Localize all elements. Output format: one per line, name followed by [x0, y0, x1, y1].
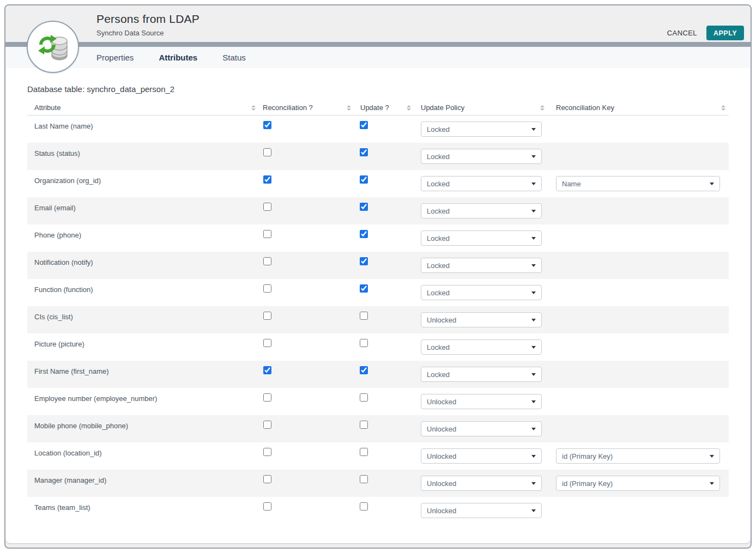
attribute-label: Email (email)	[34, 204, 76, 212]
page-subtitle: Synchro Data Source	[96, 29, 199, 37]
reconciliation-key-value: Name	[562, 180, 581, 188]
update-policy-select[interactable]: Unlocked	[421, 312, 542, 327]
attribute-cell: Status (status)	[27, 151, 259, 161]
reconciliation-checkbox[interactable]	[263, 148, 271, 156]
sort-icon[interactable]	[251, 105, 256, 111]
update-checkbox[interactable]	[360, 366, 368, 374]
column-header-reconciliation-key[interactable]: Reconciliation Key	[548, 100, 729, 115]
reconciliation-checkbox[interactable]	[263, 284, 271, 293]
update-policy-value: Unlocked	[427, 425, 456, 433]
reconciliation-checkbox[interactable]	[263, 257, 271, 265]
reconciliation-checkbox[interactable]	[263, 366, 271, 374]
table-row: First Name (first_name) Locked	[27, 361, 729, 388]
update-checkbox[interactable]	[360, 312, 368, 320]
column-header-reconciliation[interactable]: Reconciliation ?	[259, 100, 354, 115]
column-header-update-policy[interactable]: Update Policy	[414, 100, 548, 115]
table-row: Picture (picture) Locked	[27, 333, 729, 361]
cancel-button[interactable]: CANCEL	[667, 29, 697, 37]
update-checkbox[interactable]	[360, 475, 368, 483]
update-policy-select[interactable]: Unlocked	[421, 448, 542, 464]
update-checkbox[interactable]	[360, 230, 368, 238]
update-policy-select[interactable]: Locked	[421, 176, 542, 191]
reconciliation-cell	[259, 288, 354, 298]
update-cell	[354, 124, 414, 135]
update-checkbox[interactable]	[360, 448, 368, 456]
update-policy-cell: Unlocked	[414, 476, 548, 491]
reconciliation-checkbox[interactable]	[263, 502, 271, 511]
reconciliation-cell	[259, 506, 354, 516]
update-cell	[354, 451, 414, 461]
reconciliation-key-select[interactable]: id (Primary Key)	[556, 448, 720, 464]
update-policy-select[interactable]: Locked	[421, 121, 542, 137]
reconciliation-checkbox[interactable]	[263, 339, 271, 347]
reconciliation-checkbox[interactable]	[263, 175, 271, 184]
caret-down-icon	[531, 455, 536, 458]
update-policy-select[interactable]: Locked	[421, 339, 542, 355]
reconciliation-cell	[259, 124, 354, 135]
update-policy-value: Unlocked	[427, 398, 456, 406]
table-row: Last Name (name) Locked	[27, 116, 729, 143]
update-policy-select[interactable]: Locked	[421, 258, 542, 273]
attribute-label: Manager (manager_id)	[34, 476, 106, 484]
update-cell	[354, 424, 414, 434]
column-header-update[interactable]: Update ?	[354, 100, 414, 115]
reconciliation-checkbox[interactable]	[263, 393, 271, 402]
table-row: Phone (phone) Locked	[27, 224, 729, 252]
reconciliation-checkbox[interactable]	[263, 203, 271, 211]
update-policy-select[interactable]: Locked	[421, 230, 542, 246]
update-checkbox[interactable]	[360, 203, 368, 211]
reconciliation-checkbox[interactable]	[263, 475, 271, 483]
sort-icon[interactable]	[540, 105, 545, 111]
update-checkbox[interactable]	[360, 175, 368, 184]
reconciliation-key-select[interactable]: id (Primary Key)	[556, 476, 720, 491]
column-header-attribute[interactable]: Attribute	[27, 100, 259, 115]
update-checkbox[interactable]	[360, 502, 368, 511]
update-policy-select[interactable]: Locked	[421, 203, 542, 218]
update-policy-cell: Locked	[414, 121, 548, 137]
reconciliation-checkbox[interactable]	[263, 230, 271, 238]
reconciliation-checkbox[interactable]	[263, 448, 271, 456]
reconciliation-checkbox[interactable]	[263, 121, 271, 129]
attribute-label: Mobile phone (mobile_phone)	[34, 422, 128, 430]
table-header-row: Attribute Reconciliation ? Update ? Upda…	[27, 100, 729, 116]
tab-properties[interactable]: Properties	[96, 53, 134, 62]
reconciliation-key-cell: id (Primary Key)	[548, 448, 729, 464]
update-policy-select[interactable]: Locked	[421, 285, 542, 300]
attribute-cell: Organization (org_id)	[27, 179, 259, 189]
update-cell	[354, 206, 414, 216]
caret-down-icon	[531, 291, 536, 294]
update-checkbox[interactable]	[360, 393, 368, 402]
update-checkbox[interactable]	[360, 421, 368, 429]
caret-down-icon	[710, 455, 714, 458]
update-checkbox[interactable]	[360, 148, 368, 156]
update-checkbox[interactable]	[360, 284, 368, 293]
update-policy-select[interactable]: Unlocked	[421, 421, 542, 436]
reconciliation-checkbox[interactable]	[263, 421, 271, 429]
update-cell	[354, 478, 414, 489]
update-checkbox[interactable]	[360, 257, 368, 265]
reconciliation-checkbox[interactable]	[263, 312, 271, 320]
tab-attributes[interactable]: Attributes	[159, 53, 197, 62]
tab-bar: Properties Attributes Status	[5, 47, 751, 68]
update-checkbox[interactable]	[360, 121, 368, 129]
sort-icon[interactable]	[721, 105, 725, 111]
update-cell	[354, 397, 414, 407]
caret-down-icon	[531, 346, 536, 349]
reconciliation-key-select[interactable]: Name	[556, 176, 720, 191]
apply-button[interactable]: APPLY	[706, 26, 744, 40]
update-policy-value: Unlocked	[427, 507, 456, 515]
attribute-cell: Phone (phone)	[27, 233, 259, 243]
sort-icon[interactable]	[347, 105, 351, 111]
update-policy-select[interactable]: Unlocked	[421, 394, 542, 409]
tab-status[interactable]: Status	[222, 53, 246, 62]
update-checkbox[interactable]	[360, 339, 368, 347]
update-policy-select[interactable]: Unlocked	[421, 476, 542, 491]
attribute-label: Employee number (employee_number)	[34, 394, 157, 403]
sort-icon[interactable]	[407, 105, 411, 111]
update-policy-select[interactable]: Unlocked	[421, 503, 542, 518]
attribute-label: Picture (picture)	[34, 340, 84, 348]
caret-down-icon	[710, 482, 714, 485]
update-policy-select[interactable]: Locked	[421, 149, 542, 164]
attribute-cell: Employee number (employee_number)	[27, 397, 259, 406]
update-policy-select[interactable]: Locked	[421, 367, 542, 382]
